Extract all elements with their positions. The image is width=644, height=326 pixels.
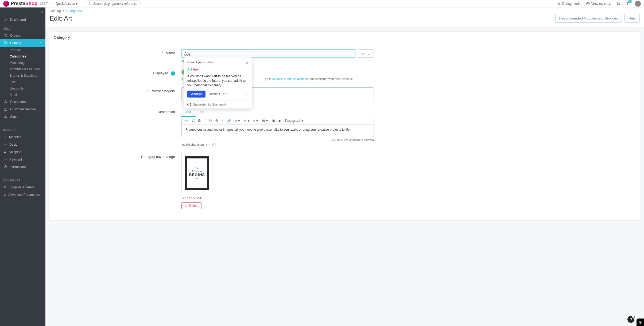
next-icon[interactable]: › <box>247 92 248 96</box>
sidebar-label: Orders <box>10 34 20 37</box>
subnav-stock[interactable]: Stock <box>10 92 45 98</box>
sidebar-item-design[interactable]: ▭Design <box>0 141 45 148</box>
rich-text-editor: <> A B I U S ❝ 🔗 ≡ ▾ ≣ ▾ ≡ ▾ <box>181 117 374 137</box>
search-input[interactable] <box>93 2 137 6</box>
tab-en[interactable]: En <box>181 108 196 117</box>
video-icon[interactable]: ▶ <box>279 119 281 123</box>
cover-thumbnail[interactable]: The Adventure BEGINS ▲ <box>181 153 212 193</box>
paragraph-select[interactable]: Paragraph ▾ <box>285 119 304 123</box>
sidebar-item-shop-params[interactable]: ⚙Shop Parameters <box>0 184 45 191</box>
debug-mode-toggle[interactable]: Debug mode <box>557 2 581 6</box>
breadcrumb-root[interactable]: Catalog <box>50 9 61 13</box>
bullet-list-icon[interactable]: ≣ ▾ <box>244 119 250 123</box>
separator <box>52 1 52 6</box>
logo-icon <box>3 1 9 7</box>
name-input-wrapper: Artt <box>181 49 355 58</box>
sidebar-collapse[interactable]: « <box>0 7 45 16</box>
sidebar-label: Design <box>9 143 19 146</box>
sidebar-item-shipping[interactable]: ▰Shipping <box>0 148 45 156</box>
text-color-icon[interactable]: A <box>192 119 195 123</box>
sidebar-item-catalog[interactable]: Catalog ⌃ <box>0 39 45 47</box>
search-icon <box>88 2 92 5</box>
popup-footer: Suggested by Grammarly <box>187 100 248 108</box>
label-text: Description <box>158 110 175 114</box>
number-list-icon[interactable]: ≡ ▾ <box>253 119 258 123</box>
breadcrumb-leaf[interactable]: Categories <box>66 9 82 13</box>
svg-line-1 <box>90 4 91 5</box>
sidebar-item-stats[interactable]: Stats <box>0 113 45 121</box>
svg-point-0 <box>89 2 91 4</box>
subnav-discounts[interactable]: Discounts <box>10 85 45 92</box>
bold-icon[interactable]: B <box>198 119 201 123</box>
close-icon[interactable]: × <box>246 61 248 65</box>
poster-line-3: BEGINS <box>189 173 205 177</box>
symfony-debug-badge[interactable]: ⊛ <box>637 319 644 326</box>
info-icon[interactable]: i <box>171 71 175 76</box>
sidebar-item-adv-params[interactable]: ≡Advanced Parameters <box>0 191 45 199</box>
language-select[interactable]: en ⌄ <box>358 49 374 58</box>
subnav-categories[interactable]: Categories <box>10 53 45 60</box>
dismiss-button[interactable]: Dismiss <box>209 92 220 96</box>
svg-point-11 <box>6 37 7 37</box>
footer-text: Suggested by Grammarly <box>193 103 227 106</box>
underline-icon[interactable]: U <box>209 119 212 123</box>
sidebar-item-dashboard[interactable]: Dashboard <box>0 16 45 24</box>
user-avatar[interactable] <box>635 1 641 7</box>
cart-notifications[interactable]: 4 <box>626 2 630 6</box>
module-manager-link[interactable]: Modules > Module Manager <box>272 77 309 80</box>
bell-notifications[interactable] <box>616 2 620 6</box>
ellipsis: … <box>199 68 203 71</box>
sidebar-item-payment[interactable]: ▭Payment <box>0 156 45 163</box>
catalog-subnav: Products Categories Monitoring Attribute… <box>0 47 45 98</box>
align-icon[interactable]: ≡ ▾ <box>235 119 240 123</box>
page-actions: Recommended Modules and Services Help <box>555 14 640 23</box>
sidebar-item-customers[interactable]: Customers <box>0 98 45 106</box>
row-displayed: Displayed i If spacer text hidden behind… <box>56 69 634 80</box>
delete-button[interactable]: Delete <box>181 202 201 209</box>
more-button[interactable]: ••• <box>223 92 228 96</box>
logo[interactable]: PrestaShop <box>3 1 37 7</box>
subnav-attributes[interactable]: Attributes & Features <box>10 66 45 72</box>
underlined-word: poster <box>197 128 206 131</box>
recommended-modules-button[interactable]: Recommended Modules and Services <box>555 14 622 23</box>
sidebar-item-orders[interactable]: Orders <box>0 32 45 39</box>
sidebar-item-customer-service[interactable]: Customer Service <box>0 106 45 113</box>
svg-point-10 <box>5 37 5 37</box>
name-input-value[interactable]: Artt <box>184 52 190 56</box>
quick-access-menu[interactable]: Quick Access ▾ <box>56 2 77 6</box>
char-counter: 120 of 21844 characters allowed <box>181 138 374 141</box>
view-shop-link[interactable]: View my shop <box>586 2 611 6</box>
image-icon[interactable]: ▣ <box>272 119 275 123</box>
quote-icon[interactable]: ❝ <box>222 119 223 123</box>
global-search[interactable] <box>85 0 141 7</box>
svg-point-7 <box>587 3 588 4</box>
source-icon[interactable]: <> <box>184 119 188 123</box>
divider <box>3 173 43 173</box>
sidebar-label: Payment <box>9 158 22 161</box>
subnav-files[interactable]: Files <box>10 79 45 85</box>
accept-button[interactable]: Accept <box>187 91 205 98</box>
headset-icon <box>4 107 7 111</box>
subnav-products[interactable]: Products <box>10 47 45 53</box>
sidebar-label: Advanced Parameters <box>8 193 40 197</box>
link-icon[interactable]: 🔗 <box>227 119 231 123</box>
table-icon[interactable]: ▦ ▾ <box>262 119 268 123</box>
tab-uk[interactable]: uk <box>196 108 210 117</box>
help-button[interactable]: Help <box>624 14 640 23</box>
prev-icon[interactable]: ‹ <box>243 92 245 96</box>
sidebar-item-modules[interactable]: ✦Modules <box>0 133 45 141</box>
page-header: Catalog > Categories Edit: Art Recommend… <box>45 7 644 28</box>
subnav-brands[interactable]: Brands & Suppliers <box>10 72 45 79</box>
sidebar-label: Stats <box>10 115 17 119</box>
sidebar-item-international[interactable]: ⦿International <box>0 163 45 171</box>
italic-icon[interactable]: I <box>204 119 205 123</box>
subnav-monitoring[interactable]: Monitoring <box>10 60 45 66</box>
rte-content[interactable]: Framed poster and vector images, all you… <box>182 125 374 137</box>
sidebar-label: Dashboard <box>10 18 26 22</box>
rte-toolbar: <> A B I U S ❝ 🔗 ≡ ▾ ≣ ▾ ≡ ▾ <box>182 117 374 125</box>
label-text: Category cover image <box>141 155 175 159</box>
label-description: Description <box>56 108 181 114</box>
lang-tabs: En uk <box>181 108 374 117</box>
grammarly-float-badge[interactable]: G3 <box>627 316 634 323</box>
strike-icon[interactable]: S <box>215 119 218 123</box>
